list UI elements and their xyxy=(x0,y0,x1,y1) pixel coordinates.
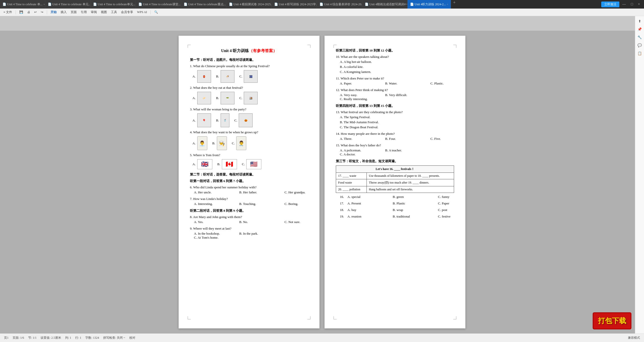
tab-4[interactable]: 📄 Unit 4 Time to celebrate课堂... × xyxy=(136,0,181,9)
q1-option-a: A. 🏮 xyxy=(192,70,211,83)
question-14: 14. How many people are there in the pho… xyxy=(336,132,454,141)
status-check: 拼写检查: 关闭 ~ xyxy=(103,336,125,340)
sidebar-icon-4[interactable]: 💬 xyxy=(637,42,643,48)
q5-image-a: 🇬🇧 xyxy=(197,159,212,169)
question-19: 19. A. reunion B. traditional C. festive xyxy=(336,215,454,219)
doc-icon-4: 📄 xyxy=(138,3,142,6)
subsection1-header: 听第一段对话，回答第 6 到第 7 小题。 xyxy=(190,179,308,183)
tab-8[interactable]: 📄 Unit 4 综合量表评价 2024-20... × xyxy=(317,0,362,9)
toolbar-sep-3 xyxy=(150,10,151,14)
toolbar-redo[interactable]: ↪ xyxy=(39,10,45,15)
q11-options: A. Paper. B. Water. C. Plastic. xyxy=(340,81,454,86)
toolbar-save[interactable]: 💾 xyxy=(18,10,25,15)
status-page-info: 页1 xyxy=(4,336,9,340)
toolbar-undo[interactable]: ↩ xyxy=(33,10,38,15)
info-table: Let's have 16. ____ festivals！ 17. ____ … xyxy=(336,165,454,193)
toolbar-sep-1 xyxy=(16,10,16,14)
ribbon-tab-insert[interactable]: 插入 xyxy=(59,10,68,15)
q1-option-b: B. 🍜 xyxy=(216,70,234,83)
question-10: 10. What are the speakers talking about?… xyxy=(336,55,454,74)
maximize-button[interactable]: □ xyxy=(629,2,635,6)
tab-1[interactable]: 📄 Unit 4 Time to celebrate 单... × xyxy=(0,0,45,9)
tab-6[interactable]: 📄 Unit 4 模拟测试卷 2024-2025... × xyxy=(226,0,272,9)
ribbon-tab-view[interactable]: 视图 xyxy=(99,10,108,15)
download-banner[interactable]: 打包下载 xyxy=(593,312,631,329)
tab-close-10[interactable]: × xyxy=(447,3,448,6)
toolbar-sep-2 xyxy=(47,10,47,14)
q18-options: 18. A. buy B. wrap C. post xyxy=(340,208,454,212)
q2-option-a: A. 🥟 xyxy=(192,92,211,104)
question-6: 6. Who did Linda spend her summer holida… xyxy=(190,185,308,194)
tab-7[interactable]: 📄 Unit 4 听写训练 2024-2025学... × xyxy=(272,0,317,9)
q3-image-a: 🎈 xyxy=(197,113,211,127)
q4-option-c: C. 👨‍⚕️ xyxy=(232,136,247,150)
tab-10-active[interactable]: 📄 Unit 4听力训练 2024-2... × xyxy=(408,0,451,9)
q2-option-c: C. 🍱 xyxy=(239,92,258,104)
main-area: Unit 4 听力训练（有参考答案） 第一节：听对话，选图片。每段对话读两遍。 … xyxy=(0,31,644,333)
q2-image-b: 🥗 xyxy=(221,92,234,104)
q4-option-b: B. 👨‍🍳 xyxy=(212,136,227,150)
table-row-1: 17. ____ waste Use thousands of kilomete… xyxy=(336,173,454,179)
q1-options: A. 🏮 B. 🍜 C. 🎆 xyxy=(192,70,308,83)
ribbon-tab-tools[interactable]: 工具 xyxy=(109,10,118,15)
ribbon-tab-ref[interactable]: 引用 xyxy=(79,10,88,15)
subsection2-header: 听第二段对话，回答第 8 到第 9 小题。 xyxy=(190,208,308,213)
close-button[interactable]: × xyxy=(636,2,642,6)
q16-options: 16. A. special B. green C. funny xyxy=(340,195,454,199)
question-8: 8. Are Mary and John going with them? A.… xyxy=(190,215,308,224)
q5-option-a: A. 🇬🇧 xyxy=(192,159,212,169)
sidebar-icon-3[interactable]: 🔧 xyxy=(637,34,643,40)
question-16: 16. A. special B. green C. funny xyxy=(336,195,454,199)
sidebar-icon-2[interactable]: 📌 xyxy=(637,26,643,32)
toolbar-print[interactable]: 🖨 xyxy=(26,10,32,15)
q3-option-b: B. 🥤 xyxy=(216,113,229,127)
status-row: 行: 1 xyxy=(75,336,81,340)
question-9: 9. Where will they meet at last? A. In t… xyxy=(190,227,308,240)
status-word-count: 字数: 1324 xyxy=(85,336,99,340)
download-banner-text: 打包下载 xyxy=(598,317,626,325)
tab-3[interactable]: 📄 Unit 4 Time to celebrate单元... × xyxy=(91,0,136,9)
q1-image-b: 🍜 xyxy=(221,70,234,83)
ribbon-tab-review[interactable]: 审阅 xyxy=(89,10,98,15)
sidebar-icon-5[interactable]: 📋 xyxy=(637,50,643,56)
status-col: 列: 1 xyxy=(65,336,71,340)
q9-options: A. In the bookshop. B. In the park. xyxy=(194,232,308,236)
table-row-3: 20. ____ pollution Hang balloons and set… xyxy=(336,186,454,193)
tab-close-1[interactable]: × xyxy=(44,3,45,6)
q5-option-b: B. 🇨🇦 xyxy=(217,159,237,169)
question-1: 1. What do Chinese people usually do at … xyxy=(190,64,308,68)
right-corner-br xyxy=(453,316,456,319)
menu-file[interactable]: ≡ 文件 xyxy=(2,10,14,15)
question-12: 12. What does Peter think of making it? … xyxy=(336,88,454,101)
search-icon[interactable]: 🔍 xyxy=(153,10,159,15)
tab-2[interactable]: 📄 Unit 4 Time to celebrate 单元... × xyxy=(45,0,91,9)
q3-image-c: 🎃 xyxy=(239,113,253,127)
doc-icon-5: 📄 xyxy=(184,3,187,6)
section2-header: 第二节：听对话，选答案。每段对话读两遍。 xyxy=(190,172,308,177)
add-tab-button[interactable]: + xyxy=(451,0,458,9)
question-11: 11. Which does Peter use to make it? A. … xyxy=(336,76,454,86)
ribbon-tab-start[interactable]: 开始 xyxy=(49,10,58,15)
ribbon-tab-page[interactable]: 页面 xyxy=(69,10,78,15)
q3-options: A. 🎈 B. 🥤 C. 🎃 xyxy=(192,113,308,127)
question-13: 13. What festival are they celebrating i… xyxy=(336,110,454,129)
question-15: 15. What does the boy's father do? A. A … xyxy=(336,143,454,156)
q2-options: A. 🥟 B. 🥗 C. 🍱 xyxy=(192,92,308,104)
ribbon-tab-wpsai[interactable]: WPS AI xyxy=(136,10,149,15)
q3-option-a: A. 🎈 xyxy=(192,113,211,127)
doc-icon-8: 📄 xyxy=(319,3,323,6)
q4-option-a: A. 👨‍💼 xyxy=(192,136,207,150)
tab-9[interactable]: 📄 Unit 4期画法成语默写调训#一般差... × xyxy=(362,0,408,9)
ribbon-tab-member[interactable]: 会员专享 xyxy=(119,10,135,15)
activate-button[interactable]: 立即激活 xyxy=(601,2,619,7)
minimize-button[interactable]: — xyxy=(620,2,628,6)
question-5: 5. Where is Tom from? xyxy=(190,153,308,157)
q14-options: A. Three. B. Four. C. Five. xyxy=(340,137,454,141)
tab-5[interactable]: 📄 Unit 4 Time to celebrate重点... × xyxy=(181,0,226,9)
question-4: 4. What does the boy want to be when he … xyxy=(190,130,308,134)
q5-options: A. 🇬🇧 B. 🇨🇦 C. 🇺🇸 xyxy=(192,159,308,169)
right-corner-tr xyxy=(453,45,456,48)
sidebar-icon-1[interactable]: ⬆ xyxy=(637,18,643,24)
q3-option-c: C. 🎃 xyxy=(234,113,253,127)
status-bar: 页1 页面: 1/6 节: 1/1 设置值: 2.5厘米 列: 1 行: 1 字… xyxy=(0,333,644,342)
